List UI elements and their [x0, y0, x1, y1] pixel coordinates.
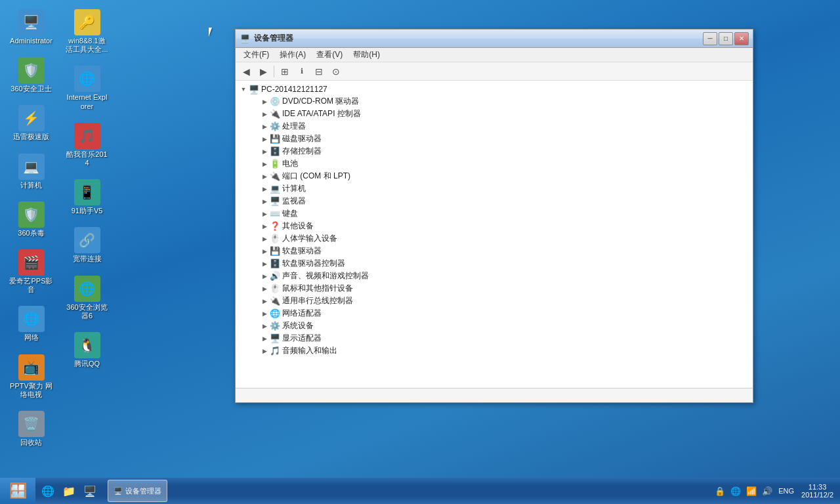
disk-expand[interactable]: ▶	[259, 134, 270, 144]
serial-bus-label: 通用串行总线控制器	[282, 295, 353, 306]
human-input-label: 人体学输入设备	[282, 233, 337, 244]
tray-lang[interactable]: ENG	[776, 484, 796, 497]
tree-item-dvd[interactable]: ▶ 💿 DVD/CD-ROM 驱动器	[236, 95, 753, 108]
kuwo-icon: 🎵	[74, 123, 100, 149]
icon-360security[interactable]: 🛡️ 360安全卫士	[7, 54, 56, 96]
icon-360kill[interactable]: 🛡️ 360杀毒	[7, 199, 56, 240]
tray-network-icon[interactable]: 🌐	[729, 484, 742, 497]
floppy-ctrl-icon: 🗄️	[270, 259, 280, 269]
icon-91helper[interactable]: 📱 91助手V5	[62, 177, 112, 218]
icon-ie[interactable]: 🌐 Internet Explorer	[62, 63, 112, 113]
tree-item-floppy-ctrl[interactable]: ▶ 🗄️ 软盘驱动器控制器	[236, 257, 753, 270]
floppy-ctrl-expand[interactable]: ▶	[259, 259, 270, 269]
tray-volume-icon[interactable]: 🔊	[761, 484, 774, 497]
forward-button[interactable]: ▶	[255, 64, 271, 79]
tree-item-display[interactable]: ▶ 🖥️ 显示适配器	[236, 332, 753, 345]
clock[interactable]: 11:33 2011/12/2	[799, 483, 836, 499]
tree-item-floppy[interactable]: ▶ 💾 软盘驱动器	[236, 245, 753, 257]
other-expand[interactable]: ▶	[259, 221, 270, 232]
menu-help[interactable]: 帮助(H)	[348, 48, 385, 62]
tree-item-monitor[interactable]: ▶ 🖥️ 监视器	[236, 195, 753, 207]
human-input-icon: 🖱️	[270, 234, 280, 244]
icon-360browser[interactable]: 🌐 360安全浏览器6	[62, 273, 112, 323]
taskbar-explorer-button[interactable]: 📁	[59, 480, 79, 502]
minimize-button[interactable]: ─	[703, 32, 717, 45]
taskbar-ie-button[interactable]: 🌐	[38, 480, 58, 502]
thunder-icon: ⚡	[18, 105, 45, 131]
tree-item-system[interactable]: ▶ ⚙️ 系统设备	[236, 320, 753, 332]
monitor-expand[interactable]: ▶	[259, 196, 270, 207]
tree-item-disk[interactable]: ▶ 💾 磁盘驱动器	[236, 133, 753, 145]
tray-security-icon[interactable]: 🔒	[713, 484, 726, 497]
refresh-button[interactable]: ⊟	[311, 64, 327, 79]
360security-label: 360安全卫士	[10, 85, 51, 93]
root-expand[interactable]: ▼	[238, 84, 249, 94]
keyboard-expand[interactable]: ▶	[259, 209, 270, 219]
audio-io-icon: 🎵	[270, 346, 280, 356]
maximize-button[interactable]: □	[719, 32, 733, 45]
tree-item-keyboard[interactable]: ▶ ⌨️ 键盘	[236, 207, 753, 220]
back-button[interactable]: ◀	[238, 64, 254, 79]
icon-pps[interactable]: 🎬 爱奇艺PPS影音	[7, 247, 56, 297]
icon-broadband[interactable]: 🔗 宽带连接	[62, 224, 112, 266]
qq-icon: 🐧	[74, 332, 100, 358]
serial-bus-expand[interactable]: ▶	[259, 296, 270, 306]
cpu-expand[interactable]: ▶	[259, 121, 270, 132]
menu-view[interactable]: 查看(V)	[311, 48, 348, 62]
tree-item-other[interactable]: ▶ ❓ 其他设备	[236, 220, 753, 232]
tree-content[interactable]: ▼ 🖥️ PC-201412121127 ▶ 💿 DVD/CD-ROM 驱动器 …	[236, 81, 753, 388]
tree-item-storage[interactable]: ▶ 🗄️ 存储控制器	[236, 145, 753, 158]
icon-kuwo[interactable]: 🎵 酷我音乐2014	[62, 120, 112, 170]
battery-expand[interactable]: ▶	[259, 159, 270, 169]
display-expand[interactable]: ▶	[259, 333, 270, 344]
taskbar-computer-button[interactable]: 🖥️	[80, 480, 100, 502]
properties-button[interactable]: ℹ	[294, 64, 310, 79]
network-adapter-expand[interactable]: ▶	[259, 308, 270, 319]
show-hide-button[interactable]: ⊞	[277, 64, 293, 79]
audio-expand[interactable]: ▶	[259, 271, 270, 282]
ide-expand[interactable]: ▶	[259, 109, 270, 119]
menu-action[interactable]: 操作(A)	[274, 48, 311, 62]
computer-expand[interactable]: ▶	[259, 184, 270, 194]
mouse-expand[interactable]: ▶	[259, 284, 270, 294]
menu-file[interactable]: 文件(F)	[238, 48, 274, 62]
port-expand[interactable]: ▶	[259, 171, 270, 182]
tree-item-mouse[interactable]: ▶ 🖱️ 鼠标和其他指针设备	[236, 282, 753, 295]
system-expand[interactable]: ▶	[259, 321, 270, 331]
clock-time: 11:33	[801, 483, 833, 491]
tree-item-battery[interactable]: ▶ 🔋 电池	[236, 158, 753, 170]
system-icon: ⚙️	[270, 321, 280, 331]
icon-administrator[interactable]: 🖥️ Administrator	[7, 7, 56, 48]
icon-pptv[interactable]: 📺 PPTV聚力 网络电视	[7, 352, 56, 402]
tree-item-port[interactable]: ▶ 🔌 端口 (COM 和 LPT)	[236, 170, 753, 182]
icon-network[interactable]: 🌐 网络	[7, 303, 56, 345]
help-button[interactable]: ⊙	[328, 64, 344, 79]
other-label: 其他设备	[282, 220, 314, 232]
icon-win881[interactable]: 🔑 win8&8.1激活工具大全...	[62, 7, 112, 56]
dvd-expand[interactable]: ▶	[259, 96, 270, 107]
storage-expand[interactable]: ▶	[259, 146, 270, 157]
icon-recycle[interactable]: 🗑️ 回收站	[7, 408, 56, 450]
floppy-ctrl-label: 软盘驱动器控制器	[282, 258, 345, 269]
tray-wifi-icon[interactable]: 📶	[745, 484, 758, 497]
human-input-expand[interactable]: ▶	[259, 234, 270, 244]
icon-computer[interactable]: 💻 计算机	[7, 151, 56, 192]
tree-item-cpu[interactable]: ▶ ⚙️ 处理器	[236, 120, 753, 133]
tree-item-audio-io[interactable]: ▶ 🎵 音频输入和输出	[236, 345, 753, 357]
tree-item-ide[interactable]: ▶ 🔌 IDE ATA/ATAPI 控制器	[236, 108, 753, 120]
close-button[interactable]: ✕	[734, 32, 749, 45]
tree-item-audio[interactable]: ▶ 🔊 声音、视频和游戏控制器	[236, 270, 753, 282]
tree-item-serial-bus[interactable]: ▶ 🔌 通用串行总线控制器	[236, 295, 753, 307]
tree-item-network-adapter[interactable]: ▶ 🌐 网络适配器	[236, 307, 753, 320]
icon-qq[interactable]: 🐧 腾讯QQ	[62, 329, 112, 371]
tree-item-computer[interactable]: ▶ 💻 计算机	[236, 182, 753, 195]
taskbar-devmgr-button[interactable]: 🖥️ 设备管理器	[108, 480, 167, 502]
icon-thunder[interactable]: ⚡ 迅雷极速版	[7, 102, 56, 144]
audio-io-expand[interactable]: ▶	[259, 346, 270, 356]
tree-root[interactable]: ▼ 🖥️ PC-201412121127	[236, 83, 753, 95]
floppy-expand[interactable]: ▶	[259, 246, 270, 257]
broadband-icon: 🔗	[74, 227, 100, 253]
display-label: 显示适配器	[282, 333, 322, 344]
tree-item-human-input[interactable]: ▶ 🖱️ 人体学输入设备	[236, 232, 753, 245]
start-button[interactable]: 🪟	[0, 478, 35, 504]
